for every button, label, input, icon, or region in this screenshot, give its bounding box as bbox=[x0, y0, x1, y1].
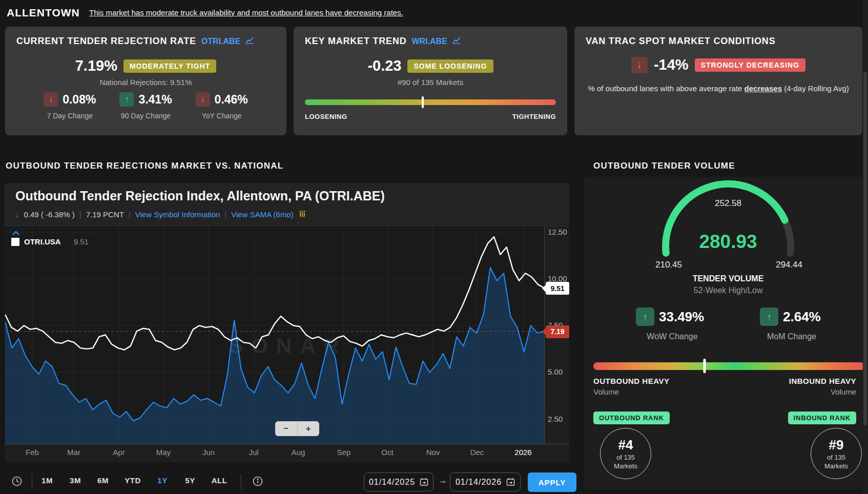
tightening-label: TIGHTENING bbox=[512, 113, 556, 120]
national-price-tag: 9.51 bbox=[546, 282, 569, 295]
toolbar-divider bbox=[241, 474, 241, 489]
market-price-tag: 7.19 bbox=[546, 325, 569, 338]
volume-balance-gauge bbox=[593, 362, 864, 370]
arrow-down-icon: ↓ bbox=[44, 92, 58, 107]
scrollbar-thumb[interactable] bbox=[863, 72, 867, 425]
page-header: ALLENTOWN This market has moderate truck… bbox=[0, 0, 868, 23]
price-down-arrow-icon: ↓ bbox=[15, 210, 19, 219]
trend-market-rank-text: #90 of 135 Markets bbox=[294, 78, 567, 87]
rejection-card-title: CURRENT TENDER REJECTION RATE bbox=[16, 36, 196, 47]
volume-section-title: OUTBOUND TENDER VOLUME bbox=[593, 161, 735, 171]
view-sama-link[interactable]: View SAMA (6mo) bbox=[231, 210, 293, 219]
outbound-rank-number: #4 bbox=[618, 437, 633, 453]
zoom-out-button[interactable]: − bbox=[275, 421, 298, 436]
seven-day-change-label: 7 Day Change bbox=[47, 112, 93, 120]
arrow-up-icon: ↑ bbox=[119, 92, 134, 107]
spot-change-value: -14% bbox=[654, 56, 689, 73]
range-ytd-button[interactable]: YTD bbox=[120, 476, 146, 485]
arrow-down-icon: ↓ bbox=[196, 92, 210, 107]
otri-abe-symbol-link[interactable]: OTRI.ABE bbox=[201, 37, 240, 46]
ninety-day-change-label: 90 Day Change bbox=[121, 112, 171, 120]
inbound-rank-circle: #9 of 135 Markets bbox=[811, 428, 862, 479]
sonar-watermark: SONAR bbox=[229, 334, 347, 358]
range-5y-button[interactable]: 5Y bbox=[177, 476, 203, 485]
zoom-in-button[interactable]: + bbox=[298, 421, 320, 436]
clock-icon[interactable] bbox=[11, 476, 23, 489]
end-date-value: 01/14/2026 bbox=[456, 478, 502, 487]
inbound-rank-badge: INBOUND RANK bbox=[788, 411, 856, 424]
decreases-emphasis: decreases bbox=[745, 84, 782, 93]
trend-card-title: KEY MARKET TREND bbox=[305, 36, 406, 47]
inbound-rank-number: #9 bbox=[829, 437, 844, 453]
rejection-status-badge: MODERATELY TIGHT bbox=[123, 59, 216, 73]
x-axis-tick: Sep bbox=[328, 448, 359, 457]
line-chart-icon[interactable] bbox=[452, 36, 461, 46]
market-trend-card: KEY MARKET TREND WRI.ABE -0.23 SOME LOOS… bbox=[294, 27, 567, 135]
legend-otri-usa[interactable]: OTRI.USA 9.51 bbox=[11, 237, 89, 246]
gauge-reference-value: 252.58 bbox=[702, 198, 754, 209]
inbound-heavy-sublabel: Volume bbox=[831, 387, 856, 396]
ninety-day-change-stat: ↑ 3.41% 90 Day Change bbox=[119, 92, 172, 120]
wow-change-value: 33.49% bbox=[659, 307, 704, 326]
page-scrollbar bbox=[863, 0, 868, 494]
market-summary-link[interactable]: This market has moderate truck availabil… bbox=[89, 8, 403, 17]
chart-zoom-control: − + bbox=[275, 421, 319, 436]
info-icon[interactable] bbox=[252, 476, 263, 489]
arrow-up-icon: ↑ bbox=[636, 307, 654, 326]
x-axis-tick: Jul bbox=[238, 448, 269, 457]
outbound-rank-badge: OUTBOUND RANK bbox=[593, 411, 670, 424]
x-axis-tick: May bbox=[148, 448, 179, 457]
seven-day-change-stat: ↓ 0.08% 7 Day Change bbox=[44, 92, 96, 120]
legend-value: 9.51 bbox=[74, 237, 89, 246]
x-axis-tick: Apr bbox=[104, 448, 134, 457]
trend-gauge-marker bbox=[422, 96, 424, 108]
loosening-label: LOOSENING bbox=[305, 113, 347, 120]
tender-volume-panel: 252.58 280.93 210.45 294.44 TENDER VOLUM… bbox=[584, 177, 865, 489]
outbound-rank-circle: #4 of 135 Markets bbox=[600, 428, 651, 479]
mom-change-value: 2.64% bbox=[783, 307, 821, 326]
outbound-heavy-sublabel: Volume bbox=[593, 387, 619, 396]
market-title: ALLENTOWN bbox=[7, 7, 80, 19]
yoy-change-stat: ↓ 0.46% YoY Change bbox=[196, 92, 248, 120]
x-axis-tick: Dec bbox=[462, 448, 492, 457]
range-all-button[interactable]: ALL bbox=[206, 476, 232, 485]
spot-market-card: VAN TRAC SPOT MARKET CONDITIONS ↓ -14% S… bbox=[574, 27, 862, 135]
spot-status-badge: STRONGLY DECREASING bbox=[695, 58, 805, 72]
wri-abe-symbol-link[interactable]: WRI.ABE bbox=[411, 37, 447, 46]
apply-button[interactable]: APPLY bbox=[528, 472, 576, 492]
spot-description: % of outbound lanes with above average r… bbox=[582, 84, 855, 93]
end-date-input[interactable]: 01/14/2026 bbox=[450, 472, 521, 491]
range-1y-button[interactable]: 1Y bbox=[150, 476, 175, 485]
y-axis-tick: 5.00 bbox=[548, 367, 563, 376]
legend-swatch bbox=[11, 238, 19, 246]
range-6m-button[interactable]: 6M bbox=[90, 476, 116, 485]
gauge-low-value: 210.45 bbox=[643, 260, 694, 270]
chart-subtitle: ↓ 0.49 ( -6.38% ) | 7.19 PCNT | View Sym… bbox=[15, 210, 306, 219]
chevron-up-icon[interactable] bbox=[12, 228, 19, 237]
x-axis-tick: Nov bbox=[418, 448, 448, 457]
chart-title: Outbound Tender Rejection Index, Allento… bbox=[15, 189, 385, 203]
x-axis-tick: Oct bbox=[372, 448, 403, 457]
rejection-rate-value: 7.19% bbox=[75, 57, 117, 74]
y-axis-tick: 2.50 bbox=[548, 415, 563, 423]
legend-symbol: OTRI.USA bbox=[24, 237, 61, 246]
inbound-heavy-label: INBOUND HEAVY bbox=[789, 377, 856, 385]
range-1m-button[interactable]: 1M bbox=[34, 476, 60, 485]
rejection-chart-panel: Outbound Tender Rejection Index, Allento… bbox=[5, 183, 569, 462]
rejection-rate-card: CURRENT TENDER REJECTION RATE OTRI.ABE 7… bbox=[5, 27, 286, 135]
national-rejections-text: National Rejections: 9.51% bbox=[5, 78, 286, 87]
ninety-day-change-value: 3.41% bbox=[138, 93, 172, 107]
volume-gauge-marker bbox=[703, 359, 706, 373]
sonar-market-dashboard: ALLENTOWN This market has moderate truck… bbox=[0, 0, 868, 494]
chart-header: Outbound Tender Rejection Index, Allento… bbox=[5, 183, 569, 226]
price-units-text: 7.19 PCNT bbox=[86, 210, 124, 219]
sama-hands-icon bbox=[298, 210, 306, 219]
range-3m-button[interactable]: 3M bbox=[63, 476, 88, 485]
line-chart-icon[interactable] bbox=[245, 36, 254, 46]
start-date-input[interactable]: 01/14/2025 bbox=[364, 472, 433, 491]
trend-status-badge: SOME LOOSENING bbox=[407, 59, 493, 73]
view-symbol-information-link[interactable]: View Symbol Information bbox=[135, 210, 220, 219]
outbound-heavy-label: OUTBOUND HEAVY bbox=[593, 377, 669, 385]
start-date-value: 01/14/2025 bbox=[369, 478, 415, 487]
rejection-chart-plot[interactable]: OTRI.USA 9.51 SONAR − + bbox=[5, 226, 544, 444]
